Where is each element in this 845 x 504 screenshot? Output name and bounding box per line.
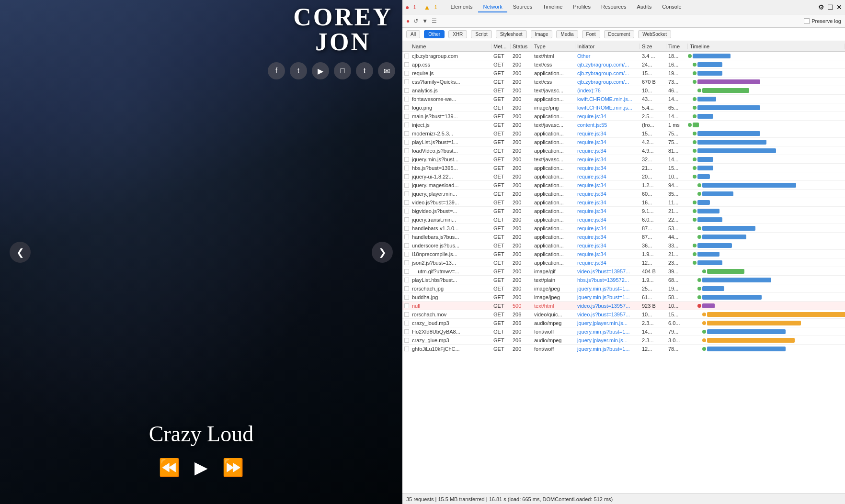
- row-initiator[interactable]: jquery.min.js?bust=1...: [575, 286, 640, 291]
- rewind-button[interactable]: ⏪: [159, 458, 180, 478]
- table-row[interactable]: analytics.js GET 200 text/javasc... (ind…: [402, 86, 845, 95]
- row-check[interactable]: [402, 226, 410, 231]
- row-initiator[interactable]: cjb.zybragroup.com/...: [575, 70, 640, 76]
- row-check[interactable]: [402, 174, 410, 179]
- tumblr-icon[interactable]: t: [356, 62, 373, 79]
- row-check[interactable]: [402, 54, 410, 58]
- row-check[interactable]: [402, 252, 410, 257]
- th-name[interactable]: Name: [410, 44, 491, 49]
- row-initiator[interactable]: require.js:34: [575, 182, 640, 188]
- table-row[interactable]: rorschach.jpg GET 200 image/jpeg jquery.…: [402, 284, 845, 293]
- row-initiator[interactable]: cjb.zybragroup.com/...: [575, 62, 640, 67]
- table-row[interactable]: __utm.gif?utmwv=... GET 200 image/gif vi…: [402, 267, 845, 276]
- tab-profiles[interactable]: Profiles: [568, 2, 595, 12]
- row-initiator[interactable]: require.js:34: [575, 165, 640, 171]
- row-initiator[interactable]: require.js:34: [575, 200, 640, 205]
- row-initiator[interactable]: jquery.jplayer.min.js...: [575, 320, 640, 326]
- row-initiator[interactable]: require.js:34: [575, 243, 640, 248]
- row-initiator[interactable]: require.js:34: [575, 191, 640, 197]
- play-button[interactable]: ▶: [194, 458, 208, 478]
- row-initiator[interactable]: kwift.CHROME.min.js...: [575, 96, 640, 102]
- table-row[interactable]: crazy_loud.mp3 GET 206 audio/mpeg jquery…: [402, 319, 845, 327]
- row-initiator[interactable]: require.js:34: [575, 208, 640, 214]
- tab-timeline[interactable]: Timeline: [538, 2, 567, 12]
- th-method[interactable]: Met...: [491, 44, 511, 49]
- table-row[interactable]: playList.hbs?bust... GET 200 text/plain …: [402, 276, 845, 284]
- tab-console[interactable]: Console: [657, 2, 686, 12]
- table-row[interactable]: json2.js?bust=13... GET 200 application.…: [402, 258, 845, 267]
- row-check[interactable]: [402, 200, 410, 205]
- table-row[interactable]: jquery-ui-1.8.22... GET 200 application.…: [402, 172, 845, 181]
- row-check[interactable]: [402, 338, 410, 343]
- twitter-icon[interactable]: t: [290, 62, 307, 79]
- row-check[interactable]: [402, 209, 410, 213]
- table-row[interactable]: inject.js GET 200 text/javasc... content…: [402, 121, 845, 129]
- row-initiator[interactable]: require.js:34: [575, 131, 640, 136]
- table-row[interactable]: null GET 500 text/html video.js?bust=139…: [402, 302, 845, 310]
- th-timeline[interactable]: Timeline: [688, 44, 845, 49]
- row-initiator[interactable]: require.js:34: [575, 174, 640, 179]
- row-check[interactable]: [402, 295, 410, 300]
- preserve-log-checkbox[interactable]: [804, 18, 810, 24]
- row-check[interactable]: [402, 191, 410, 196]
- table-row[interactable]: video.js?bust=139... GET 200 application…: [402, 198, 845, 207]
- email-icon[interactable]: ✉: [378, 62, 395, 79]
- table-row[interactable]: app.css GET 200 text/css cjb.zybragroup.…: [402, 60, 845, 69]
- record-button[interactable]: ●: [406, 18, 410, 24]
- filter-websocket[interactable]: WebSocket: [638, 30, 671, 38]
- filter-document[interactable]: Document: [604, 30, 635, 38]
- filter-script[interactable]: Script: [471, 30, 492, 38]
- table-row[interactable]: hbs.js?bust=1395... GET 200 application.…: [402, 164, 845, 172]
- table-row[interactable]: underscore.js?bus... GET 200 application…: [402, 241, 845, 250]
- th-status[interactable]: Status: [511, 44, 532, 49]
- table-row[interactable]: logo.png GET 200 image/png kwift.CHROME.…: [402, 103, 845, 112]
- row-initiator[interactable]: kwift.CHROME.min.js...: [575, 105, 640, 111]
- clear-button[interactable]: ↺: [413, 18, 418, 24]
- filter-image[interactable]: Image: [531, 30, 553, 38]
- filter-media[interactable]: Media: [556, 30, 578, 38]
- row-check[interactable]: [402, 157, 410, 162]
- row-initiator[interactable]: Other: [575, 53, 640, 59]
- table-row[interactable]: buddha.jpg GET 200 image/jpeg jquery.min…: [402, 293, 845, 302]
- prev-arrow[interactable]: ❮: [10, 242, 31, 263]
- table-row[interactable]: main.js?bust=139... GET 200 application.…: [402, 112, 845, 121]
- row-initiator[interactable]: require.js:34: [575, 217, 640, 223]
- row-initiator[interactable]: video.js?bust=13957...: [575, 269, 640, 274]
- row-initiator[interactable]: jquery.min.js?bust=1...: [575, 346, 640, 352]
- table-row[interactable]: crazy_glue.mp3 GET 206 audio/mpeg jquery…: [402, 336, 845, 345]
- row-check[interactable]: [402, 114, 410, 119]
- tab-audits[interactable]: Audits: [632, 2, 657, 12]
- row-check[interactable]: [402, 88, 410, 93]
- row-check[interactable]: [402, 166, 410, 170]
- row-initiator[interactable]: jquery.min.js?bust=1...: [575, 294, 640, 300]
- row-initiator[interactable]: require.js:34: [575, 234, 640, 240]
- tab-resources[interactable]: Resources: [596, 2, 631, 12]
- dock-icon[interactable]: ☐: [826, 2, 834, 12]
- layout-icon[interactable]: ☰: [432, 18, 437, 24]
- row-initiator[interactable]: content.js:55: [575, 122, 640, 128]
- row-initiator[interactable]: require.js:34: [575, 139, 640, 145]
- youtube-icon[interactable]: ▶: [312, 62, 329, 79]
- tab-sources[interactable]: Sources: [508, 2, 537, 12]
- table-row[interactable]: css?family=Quicks... GET 200 text/css cj…: [402, 78, 845, 86]
- table-row[interactable]: Ho2XId8UbQyBA8... GET 200 font/woff jque…: [402, 327, 845, 336]
- filter-other[interactable]: Other: [424, 30, 445, 38]
- row-check[interactable]: [402, 303, 410, 308]
- row-check[interactable]: [402, 278, 410, 282]
- row-initiator[interactable]: require.js:34: [575, 157, 640, 162]
- filter-xhr[interactable]: XHR: [448, 30, 467, 38]
- next-arrow[interactable]: ❯: [372, 242, 393, 263]
- th-type[interactable]: Type: [532, 44, 575, 49]
- row-check[interactable]: [402, 71, 410, 76]
- instagram-icon[interactable]: □: [334, 62, 351, 79]
- row-check[interactable]: [402, 123, 410, 127]
- table-row[interactable]: bigvideo.js?bust=... GET 200 application…: [402, 207, 845, 215]
- row-check[interactable]: [402, 347, 410, 351]
- row-check[interactable]: [402, 183, 410, 188]
- th-time[interactable]: Time: [666, 44, 688, 49]
- table-row[interactable]: handlebars.js?bus... GET 200 application…: [402, 233, 845, 241]
- tab-elements[interactable]: Elements: [446, 2, 478, 12]
- row-initiator[interactable]: video.js?bust=13957...: [575, 312, 640, 317]
- row-check[interactable]: [402, 269, 410, 274]
- table-row[interactable]: loadVideo.js?bust... GET 200 application…: [402, 146, 845, 155]
